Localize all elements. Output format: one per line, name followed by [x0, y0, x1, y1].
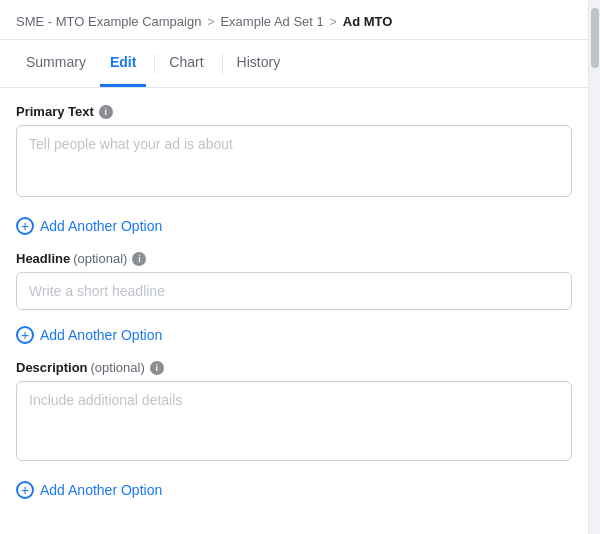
- add-option-button-3[interactable]: Add Another Option: [16, 481, 162, 499]
- description-label: Description (optional) i: [16, 360, 572, 375]
- headline-group: Headline (optional) i: [16, 251, 572, 310]
- breadcrumb-separator-1: >: [207, 15, 214, 29]
- form-area: Primary Text i Add Another Option Headli…: [0, 88, 588, 532]
- tab-separator-2: [222, 54, 223, 74]
- headline-input[interactable]: [16, 272, 572, 310]
- headline-info-icon[interactable]: i: [132, 252, 146, 266]
- tab-history[interactable]: History: [227, 40, 291, 87]
- plus-circle-icon-3: [16, 481, 34, 499]
- tab-edit[interactable]: Edit: [100, 40, 146, 87]
- tab-separator-1: [154, 54, 155, 74]
- tab-summary[interactable]: Summary: [16, 40, 96, 87]
- plus-circle-icon-1: [16, 217, 34, 235]
- tab-chart[interactable]: Chart: [159, 40, 213, 87]
- primary-text-group: Primary Text i: [16, 104, 572, 201]
- description-input[interactable]: [16, 381, 572, 461]
- breadcrumb: SME - MTO Example Campaign > Example Ad …: [16, 14, 572, 29]
- description-optional-label: (optional): [91, 360, 145, 375]
- scrollbar-thumb[interactable]: [591, 8, 599, 68]
- headline-optional-label: (optional): [73, 251, 127, 266]
- primary-text-info-icon[interactable]: i: [99, 105, 113, 119]
- description-group: Description (optional) i: [16, 360, 572, 465]
- breadcrumb-separator-2: >: [330, 15, 337, 29]
- breadcrumb-campaign[interactable]: SME - MTO Example Campaign: [16, 14, 201, 29]
- headline-label: Headline (optional) i: [16, 251, 572, 266]
- primary-text-label: Primary Text i: [16, 104, 572, 119]
- breadcrumb-bar: SME - MTO Example Campaign > Example Ad …: [0, 0, 588, 40]
- add-option-button-1[interactable]: Add Another Option: [16, 217, 162, 235]
- primary-text-input[interactable]: [16, 125, 572, 197]
- add-option-button-2[interactable]: Add Another Option: [16, 326, 162, 344]
- scrollbar[interactable]: [588, 0, 600, 534]
- description-info-icon[interactable]: i: [150, 361, 164, 375]
- breadcrumb-ad: Ad MTO: [343, 14, 393, 29]
- tabs-bar: Summary Edit Chart History: [0, 40, 588, 88]
- plus-circle-icon-2: [16, 326, 34, 344]
- breadcrumb-adset[interactable]: Example Ad Set 1: [220, 14, 323, 29]
